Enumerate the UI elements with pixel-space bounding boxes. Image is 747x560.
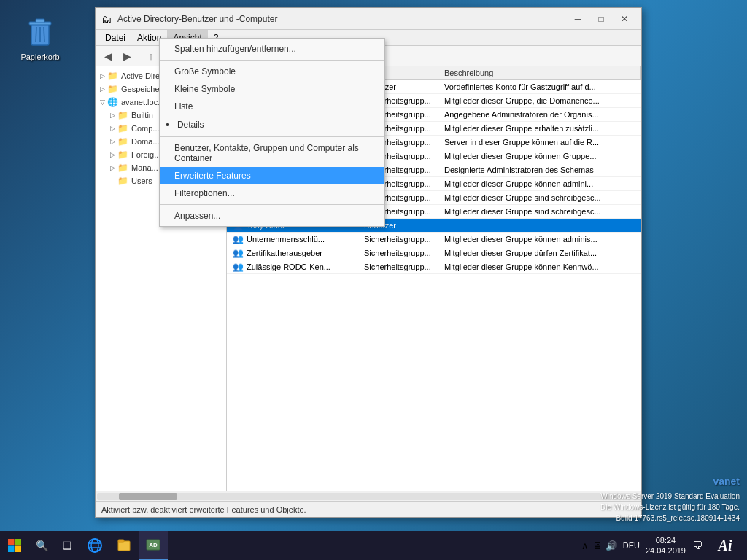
- dropdown-item-spalten[interactable]: Spalten hinzufügen/entfernen...: [160, 40, 384, 58]
- dropdown-item-erweitert[interactable]: Erweiterte Features: [160, 167, 384, 184]
- menu-separator: [160, 204, 384, 205]
- dropdown-item-benutzer[interactable]: Benutzer, Kontakte, Gruppen und Computer…: [160, 139, 384, 167]
- dropdown-menu: Spalten hinzufügen/entfernen...Große Sym…: [159, 38, 385, 227]
- dropdown-item-liste[interactable]: Liste: [160, 98, 384, 115]
- menu-separator: [160, 136, 384, 137]
- desktop: Papierkorb 🗂 Active Directory-Benutzer u…: [0, 0, 747, 560]
- dropdown-overlay[interactable]: Spalten hinzufügen/entfernen...Große Sym…: [0, 0, 747, 560]
- dropdown-item-filter[interactable]: Filteroptionen...: [160, 184, 384, 202]
- dropdown-item-anpassen[interactable]: Anpassen...: [160, 207, 384, 225]
- menu-separator: [160, 60, 384, 61]
- dropdown-item-details[interactable]: Details: [160, 115, 384, 134]
- dropdown-item-grosse[interactable]: Große Symbole: [160, 63, 384, 80]
- dropdown-item-kleine[interactable]: Kleine Symbole: [160, 80, 384, 98]
